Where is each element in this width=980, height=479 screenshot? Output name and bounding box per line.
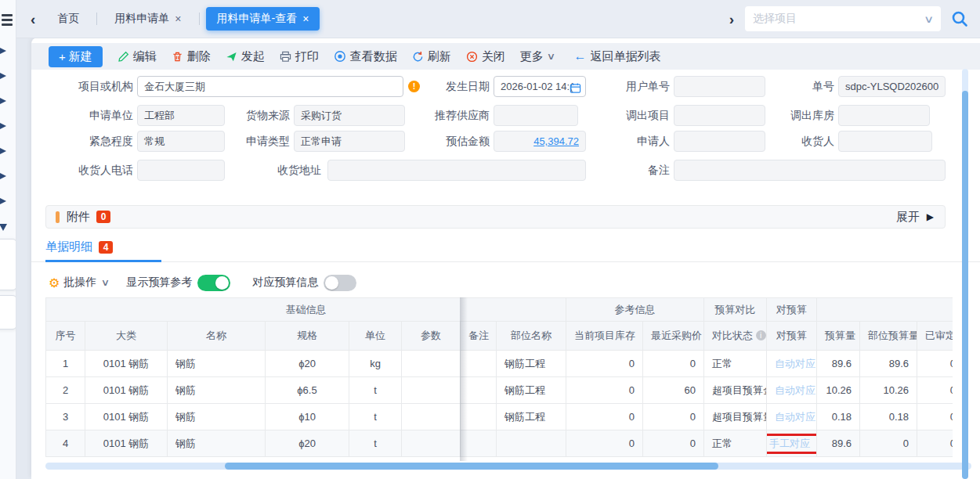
sidebar-arrow-icon[interactable] <box>0 172 6 180</box>
column-header-remark: 备注 <box>461 322 497 351</box>
cell-recent-price: 0 <box>643 351 704 377</box>
initiate-button[interactable]: 发起 <box>226 49 265 64</box>
tabs-scroll-right-icon[interactable]: › <box>729 12 734 27</box>
budget-info-toggle[interactable] <box>324 275 356 291</box>
address-field[interactable] <box>327 160 586 181</box>
attachments-count-badge: 0 <box>96 211 110 223</box>
new-button[interactable]: +新建 <box>49 46 103 67</box>
cell-param <box>402 430 461 457</box>
vertical-scrollbar-thumb[interactable] <box>962 91 968 479</box>
amount-link[interactable]: 45,394.72 <box>501 131 579 151</box>
attachment-marker-icon <box>56 211 60 223</box>
sidebar-arrow-icon[interactable] <box>0 147 6 155</box>
project-select[interactable]: 选择项目 ∨ <box>745 6 941 31</box>
remark-field[interactable] <box>674 160 946 181</box>
print-button[interactable]: 打印 <box>280 49 319 64</box>
auto-match-link[interactable]: 自动对应 <box>775 384 815 396</box>
urgency-label: 紧急程度 <box>71 131 133 152</box>
phone-field[interactable] <box>137 160 225 181</box>
search-icon[interactable] <box>950 9 969 28</box>
table-row: 40101 钢筋钢筋ϕ20t00正常手工对应89.600 <box>46 430 953 457</box>
cell-name: 钢筋 <box>168 377 266 404</box>
user-no-field[interactable] <box>674 76 765 97</box>
cell-compare-status: 正常 <box>704 430 767 457</box>
tab-divider <box>96 13 97 25</box>
warning-info-icon[interactable]: ! <box>408 81 420 92</box>
urgency-field[interactable]: 常规 <box>137 131 225 152</box>
tabs-scroll-left-icon[interactable]: ‹ <box>31 12 35 27</box>
project-label: 项目或机构 <box>45 76 133 97</box>
show-budget-ref-toggle[interactable] <box>197 275 230 291</box>
apply-type-field[interactable]: 正常申请 <box>294 131 405 152</box>
sidebar-arrow-icon[interactable] <box>0 122 6 130</box>
tab-material-request-view[interactable]: 用料申请单-查看 × <box>206 7 320 31</box>
cell-unit: t <box>349 377 402 404</box>
refresh-icon <box>412 51 424 63</box>
collapsed-sidebar <box>0 0 16 479</box>
column-header-current-stock: 当前项目库存 <box>566 322 643 351</box>
sidebar-arrow-down-icon[interactable] <box>0 224 7 231</box>
edit-button[interactable]: 编辑 <box>118 49 157 64</box>
more-button[interactable]: 更多∨ <box>520 49 555 64</box>
tab-detail[interactable]: 单据明细 4 <box>45 240 113 254</box>
hamburger-menu-icon[interactable] <box>2 12 14 26</box>
sidebar-arrow-icon[interactable] <box>0 197 6 205</box>
receiver-field[interactable] <box>838 131 932 152</box>
sidebar-arrow-icon[interactable] <box>0 47 6 55</box>
apply-unit-field[interactable]: 工程部 <box>137 105 225 126</box>
vertical-scrollbar <box>962 69 968 479</box>
trash-icon <box>172 51 183 63</box>
cell-to-budget: 自动对应 <box>767 351 817 377</box>
out-warehouse-field[interactable] <box>838 105 930 126</box>
close-icon[interactable]: × <box>302 13 309 24</box>
close-button[interactable]: 关闭 <box>466 49 505 64</box>
expand-button[interactable]: 展开 ▶ <box>896 210 934 225</box>
tab-material-request[interactable]: 用料申请单 × <box>103 7 192 31</box>
refresh-button[interactable]: 刷新 <box>412 49 451 64</box>
back-to-list-button[interactable]: ← 返回单据列表 <box>574 49 661 64</box>
apply-type-label: 申请类型 <box>227 131 290 152</box>
back-arrow-icon: ← <box>574 49 587 63</box>
cell-approved-qty: 0 <box>917 404 953 430</box>
attachments-label: 附件 <box>67 210 90 225</box>
send-icon <box>226 51 237 63</box>
cell-name: 钢筋 <box>168 430 266 457</box>
view-data-button[interactable]: 查看数据 <box>334 49 397 64</box>
play-arrow-icon: ▶ <box>927 211 934 222</box>
attachments-bar[interactable]: 附件 0 展开 ▶ <box>45 205 946 229</box>
cell-recent-price: 60 <box>643 377 704 404</box>
source-field[interactable]: 采购订货 <box>294 105 405 126</box>
cell-index: 4 <box>46 430 85 457</box>
chevron-down-icon: ∨ <box>546 51 555 62</box>
cell-current-stock: 0 <box>566 430 643 457</box>
doc-no-label: 单号 <box>772 76 834 97</box>
amount-field: 45,394.72 <box>494 131 586 152</box>
out-project-field[interactable] <box>674 105 765 126</box>
auto-match-link[interactable]: 自动对应 <box>775 358 815 369</box>
eye-icon <box>334 50 346 63</box>
cell-compare-status: 正常 <box>704 351 767 377</box>
auto-match-link[interactable]: 自动对应 <box>775 411 815 423</box>
supplier-label: 推荐供应商 <box>423 105 490 126</box>
sidebar-arrow-icon[interactable] <box>0 72 6 80</box>
cell-part-budget-qty: 0.18 <box>860 404 917 430</box>
cell-spec: ϕ20 <box>266 430 349 457</box>
tab-home[interactable]: 首页 <box>46 7 90 31</box>
calendar-icon[interactable] <box>570 81 581 97</box>
horizontal-scrollbar-thumb[interactable] <box>225 463 718 470</box>
project-field[interactable]: 金石大厦三期 <box>137 76 403 97</box>
supplier-field[interactable] <box>494 105 578 126</box>
close-icon[interactable]: × <box>175 13 181 24</box>
sidebar-arrow-icon[interactable] <box>0 97 6 105</box>
batch-operation-button[interactable]: 批操作 <box>63 276 96 290</box>
out-project-label: 调出项目 <box>603 105 670 126</box>
info-icon[interactable]: i <box>756 330 766 340</box>
date-field[interactable]: 2026-01-02 14:( <box>494 76 586 97</box>
manual-match-link[interactable]: 手工对应 <box>769 437 810 451</box>
doc-no-field[interactable]: sdpc-YLSQD202600 <box>838 76 946 97</box>
cell-current-stock: 0 <box>566 404 643 430</box>
column-header-category: 大类 <box>85 322 168 351</box>
column-header-name: 名称 <box>168 322 266 351</box>
applicant-field[interactable] <box>674 131 765 152</box>
delete-button[interactable]: 删除 <box>172 49 211 64</box>
